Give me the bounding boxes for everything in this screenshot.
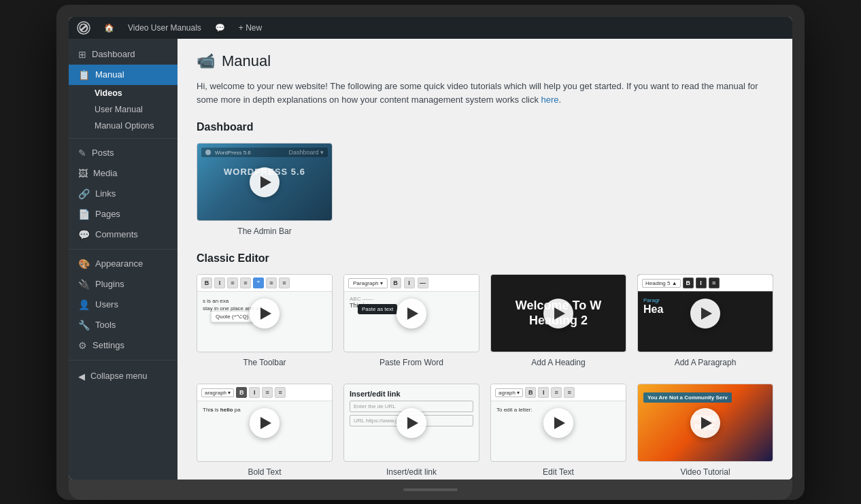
manual-icon: 📋: [78, 69, 90, 80]
video-thumb-link[interactable]: Insert/edit link Enter the de URL URL ht…: [343, 384, 479, 462]
play-triangle-toolbar: [260, 307, 271, 320]
sidebar-label-posts: Posts: [92, 148, 114, 158]
play-button-video[interactable]: [690, 408, 720, 438]
content-area[interactable]: 📹 Manual Hi, welcome to your new website…: [178, 39, 792, 480]
video-label-heading: Add A Heading: [531, 358, 585, 367]
manual-page-icon: 📹: [197, 52, 215, 70]
tools-icon: 🔧: [78, 320, 90, 331]
play-triangle-heading: [554, 307, 565, 320]
play-triangle-paste: [407, 307, 418, 320]
sidebar-label-settings: Settings: [92, 340, 124, 350]
sidebar-sub-user-manual[interactable]: User Manual: [78, 101, 178, 118]
sidebar-label-links: Links: [95, 188, 116, 199]
sidebar-separator-3: [69, 360, 178, 360]
play-button-admin-bar[interactable]: [250, 167, 280, 197]
sidebar-label-appearance: Appearance: [95, 258, 143, 269]
sidebar-item-appearance[interactable]: 🎨 Appearance: [69, 254, 178, 274]
pages-icon: 📄: [78, 209, 90, 220]
sidebar-label-users: Users: [95, 299, 118, 309]
appearance-icon: 🎨: [78, 258, 90, 269]
play-button-paste[interactable]: [396, 299, 426, 329]
laptop-notch: [403, 488, 458, 491]
sidebar-item-manual[interactable]: 📋 Manual: [69, 65, 178, 85]
video-thumb-video[interactable]: You Are Not a Community Serv PROFEPRINC: [637, 384, 773, 462]
play-triangle-admin-bar: [260, 176, 271, 188]
video-label-toolbar: The Toolbar: [243, 358, 286, 367]
video-item-link: Insert/edit link Enter the de URL URL ht…: [343, 384, 479, 477]
admin-bar-new[interactable]: + New: [236, 23, 265, 33]
video-item-heading: Welcome To W Heading 2 Add A Heading: [490, 274, 626, 367]
sidebar-item-posts[interactable]: ✎ Posts: [69, 143, 178, 163]
video-item-edit: agraph ▾ B I ≡ ≡ To edit a letter:: [490, 384, 626, 477]
page-title: Manual: [222, 52, 271, 70]
play-triangle-paragraph: [701, 307, 712, 320]
thumb-overlay-bold: [197, 384, 332, 461]
video-thumb-bold[interactable]: aragraph ▾ B I ≡ ≡ This is hello pa: [197, 384, 333, 462]
sidebar-separator-1: [69, 138, 178, 139]
thumb-overlay-heading: [491, 275, 626, 352]
thumb-overlay-paste: [344, 275, 479, 352]
admin-bar-home[interactable]: 🏠: [101, 23, 117, 33]
section-title-dashboard: Dashboard: [197, 121, 773, 133]
admin-bar-comments[interactable]: 💬: [212, 23, 228, 33]
play-button-heading[interactable]: [543, 299, 573, 329]
sidebar-sub-videos-label[interactable]: Videos: [78, 85, 178, 101]
video-label-edit: Edit Text: [543, 467, 574, 477]
video-item-paste: Paragraph ▾ B I — ABC —— This is an exa: [343, 274, 479, 367]
play-triangle-link: [407, 417, 418, 429]
sidebar-label-dashboard: Dashboard: [92, 49, 135, 59]
sidebar-item-dashboard[interactable]: ⊞ Dashboard: [69, 44, 178, 65]
admin-bar-site[interactable]: Video User Manuals: [125, 23, 204, 33]
play-button-bold[interactable]: [250, 408, 280, 438]
sidebar-item-links[interactable]: 🔗 Links: [69, 184, 178, 204]
intro-link[interactable]: here: [541, 95, 559, 105]
posts-icon: ✎: [78, 148, 86, 158]
video-thumb-paste[interactable]: Paragraph ▾ B I — ABC —— This is an exa: [343, 274, 479, 352]
sidebar-item-plugins[interactable]: 🔌 Plugins: [69, 274, 178, 295]
sidebar-item-media[interactable]: 🖼 Media: [69, 163, 178, 184]
video-item-bold: aragraph ▾ B I ≡ ≡ This is hello pa: [197, 384, 333, 477]
dashboard-icon: ⊞: [78, 49, 86, 60]
thumb-overlay-toolbar: [197, 275, 332, 352]
sidebar-collapse-label: Collapse menu: [90, 371, 147, 381]
sidebar-sub-videos: Videos User Manual Manual Options: [69, 85, 178, 134]
sidebar-separator-2: [69, 249, 178, 250]
play-button-toolbar[interactable]: [250, 299, 280, 329]
sidebar-collapse-menu[interactable]: ◀ Collapse menu: [69, 365, 178, 388]
main-layout: ⊞ Dashboard 📋 Manual Videos User Manual …: [69, 39, 792, 480]
sidebar-label-tools: Tools: [95, 320, 116, 330]
video-thumb-edit[interactable]: agraph ▾ B I ≡ ≡ To edit a letter:: [490, 384, 626, 462]
sidebar-item-tools[interactable]: 🔧 Tools: [69, 315, 178, 335]
admin-bar-new-label: + New: [239, 23, 262, 33]
sidebar-item-users[interactable]: 👤 Users: [69, 295, 178, 315]
play-button-link[interactable]: [396, 408, 426, 438]
video-thumb-paragraph[interactable]: Heading 5 ▲ B I ≡ Paragr Hea: [637, 274, 773, 352]
sidebar-sub-manual-options[interactable]: Manual Options: [78, 118, 178, 134]
video-thumb-admin-bar[interactable]: WordPress 5.6 Dashboard ▾ WORDPRESS 5.6: [197, 143, 333, 221]
settings-icon: ⚙: [78, 340, 87, 351]
video-thumb-toolbar[interactable]: B I ≡ ≡ " ≡ ≡ Quote (^⌥Q): [197, 274, 333, 352]
section-title-classic-editor: Classic Editor: [197, 252, 773, 265]
sidebar: ⊞ Dashboard 📋 Manual Videos User Manual …: [69, 39, 178, 480]
intro-period: .: [559, 95, 562, 105]
intro-text-content: Hi, welcome to your new website! The fol…: [197, 81, 758, 105]
video-item-toolbar: B I ≡ ≡ " ≡ ≡ Quote (^⌥Q): [197, 274, 333, 367]
admin-bar: 🏠 Video User Manuals 💬 + New: [69, 17, 792, 39]
thumb-overlay-paragraph: [638, 275, 773, 352]
admin-bar-wp-logo[interactable]: [74, 21, 93, 35]
thumb-overlay-link: [344, 384, 479, 461]
video-label-paste: Paste From Word: [379, 358, 443, 367]
play-button-edit[interactable]: [543, 408, 573, 438]
sidebar-item-settings[interactable]: ⚙ Settings: [69, 335, 178, 356]
sidebar-item-pages[interactable]: 📄 Pages: [69, 204, 178, 224]
video-label-paragraph: Add A Paragraph: [675, 358, 737, 367]
play-button-paragraph[interactable]: [690, 299, 720, 329]
video-thumb-heading[interactable]: Welcome To W Heading 2: [490, 274, 626, 352]
users-icon: 👤: [78, 299, 90, 310]
plugins-icon: 🔌: [78, 279, 90, 290]
media-icon: 🖼: [78, 168, 88, 179]
sidebar-label-comments: Comments: [95, 229, 138, 239]
sidebar-item-comments[interactable]: 💬 Comments: [69, 224, 178, 245]
links-icon: 🔗: [78, 188, 90, 199]
sidebar-label-pages: Pages: [95, 209, 120, 219]
